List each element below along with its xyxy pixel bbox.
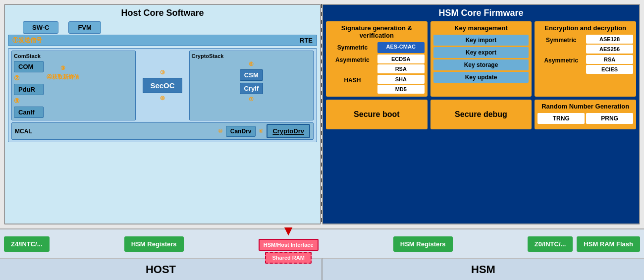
- key-mgmt-card: Key management Key import Key export Key…: [430, 21, 532, 97]
- rng-card: Random Number Generation TRNG PRNG: [535, 100, 636, 129]
- host-hsm-row: HOST HSM: [0, 258, 644, 280]
- secure-debug-label: Secure debug: [455, 110, 507, 119]
- bsw-area: BSW ComStack COM ② PduR ⑨: [8, 48, 317, 142]
- hsm-reg2-box: HSM Registers: [393, 236, 453, 252]
- trng-item: TRNG: [537, 113, 585, 124]
- z0-box: Z0/INTC/...: [528, 236, 573, 252]
- aes-cmac-item: AES-CMAC: [377, 42, 425, 53]
- canif-module: CanIf: [14, 107, 44, 118]
- hsm-reg1-box: HSM Registers: [124, 236, 184, 252]
- comstack-label: ComStack: [14, 53, 133, 59]
- mcal-label: MCAL: [15, 128, 32, 135]
- secure-boot-label: Secure boot: [354, 110, 399, 119]
- host-title: Host Core Software: [8, 8, 317, 18]
- hsm-label: HSM: [322, 258, 644, 280]
- hsm-ram-box: HSM RAM Flash: [577, 236, 640, 252]
- key-import-item: Key import: [433, 35, 529, 46]
- hsm-host-interface-label: HSM/Host Interface: [264, 242, 314, 248]
- sig-gen-title: Signature generation & verification: [329, 24, 425, 39]
- arrow6-label: ⑥: [259, 128, 264, 134]
- com-module: COM: [14, 61, 44, 72]
- host-core-panel: Host Core Software SW-C FVM ①发送信号 RTE BS…: [4, 4, 321, 224]
- sha-item: SHA: [377, 75, 425, 84]
- rng-inner: TRNG PRNG: [537, 113, 633, 124]
- pdur-module: PduR: [14, 84, 44, 95]
- md5-item: MD5: [377, 85, 425, 94]
- secure-boot-card: Secure boot: [326, 100, 428, 129]
- secure-debug-card: Secure debug: [430, 100, 532, 129]
- key-update-item: Key update: [433, 72, 529, 83]
- rsa-item: RSA: [377, 64, 425, 73]
- key-storage-item: Key storage: [433, 59, 529, 70]
- hsm-grid: Signature generation & verification Symm…: [326, 21, 636, 129]
- rte-bar: ①发送信号 RTE: [8, 35, 317, 46]
- ase128-item: ASE128: [586, 35, 633, 44]
- cryptodrv-module: CryptoDrv: [267, 124, 310, 138]
- enc-dec-card: Encryption and decryption Symmetric ASE1…: [535, 21, 636, 97]
- arrow3: ③: [60, 65, 65, 71]
- fvm-module: FVM: [68, 21, 101, 34]
- sig-gen-card: Signature generation & verification Symm…: [326, 21, 428, 97]
- symmetric-label: Symmetric: [329, 42, 376, 53]
- red-arrow-up: ▼: [281, 224, 295, 238]
- enc-rsa-item: RSA: [586, 55, 633, 64]
- asymmetric-label: Asymmetric: [329, 55, 376, 73]
- enc-asymmetric-label: Asymmetric: [537, 55, 585, 74]
- cryptostack-label: CryptoStack: [192, 53, 311, 59]
- arrow3-label: ③: [160, 69, 165, 76]
- arrow5-label: ⑤: [249, 61, 254, 67]
- top-modules-row: SW-C FVM: [23, 21, 317, 34]
- candrv-module: CanDrv: [226, 126, 256, 137]
- shared-ram-label: Shared RAM: [272, 255, 304, 261]
- arrow7-label: ⑦: [249, 96, 254, 103]
- rng-title: Random Number Generation: [537, 103, 633, 110]
- shared-ram-box: Shared RAM: [265, 252, 311, 264]
- csm-module: CSM: [240, 69, 263, 81]
- hsm-title: HSM Core Firmware: [326, 8, 636, 18]
- comstack-modules: COM ② PduR ⑨ CanIf: [14, 61, 44, 118]
- secoc-module: SecOC: [143, 78, 182, 93]
- hash-label: HASH: [329, 75, 376, 94]
- enc-symmetric-label: Symmetric: [537, 35, 585, 54]
- ecdsa-item: ECDSA: [377, 55, 425, 63]
- mcal-bar: MCAL ⑩ CanDrv ⑥ CryptoDrv: [11, 122, 314, 140]
- swc-module: SW-C: [23, 21, 58, 34]
- arrow8-label: ⑧: [160, 95, 165, 102]
- cryptostack-panel: CryptoStack ⑤ CSM CryIf ⑦: [189, 51, 314, 120]
- rte-label: RTE: [300, 37, 313, 44]
- arrow2: ②: [14, 74, 20, 82]
- enc-dec-inner: Symmetric ASE128 AES256 Asymmetric RSA E…: [537, 35, 633, 74]
- prng-item: PRNG: [586, 113, 633, 124]
- send-signal-label: ①发送信号: [12, 36, 42, 45]
- ecies-item: ECIES: [586, 65, 633, 74]
- cryif-module: CryIf: [240, 83, 264, 94]
- bsw-inner: ComStack COM ② PduR ⑨ CanIf: [11, 51, 314, 120]
- arrow9: ⑨: [14, 97, 20, 105]
- aes256-item: AES256: [586, 45, 633, 54]
- key-items: Key import Key export Key storage Key up…: [433, 35, 529, 83]
- arrow10-label: ⑩: [218, 128, 223, 134]
- get-fresh-label: ④获取新鲜值: [47, 73, 79, 81]
- sig-gen-inner: Symmetric AES-CMAC Asymmetric ECDSA RSA …: [329, 42, 425, 94]
- hsm-core-panel: HSM Core Firmware Signature generation &…: [322, 4, 640, 224]
- key-mgmt-title: Key management: [433, 24, 529, 32]
- z4-box: Z4/INTC/...: [4, 236, 50, 252]
- enc-dec-title: Encryption and decryption: [537, 24, 633, 32]
- hsm-host-interface-box: HSM/Host Interface: [259, 239, 319, 251]
- key-export-item: Key export: [433, 47, 529, 58]
- comstack-panel: ComStack COM ② PduR ⑨ CanIf: [11, 51, 136, 120]
